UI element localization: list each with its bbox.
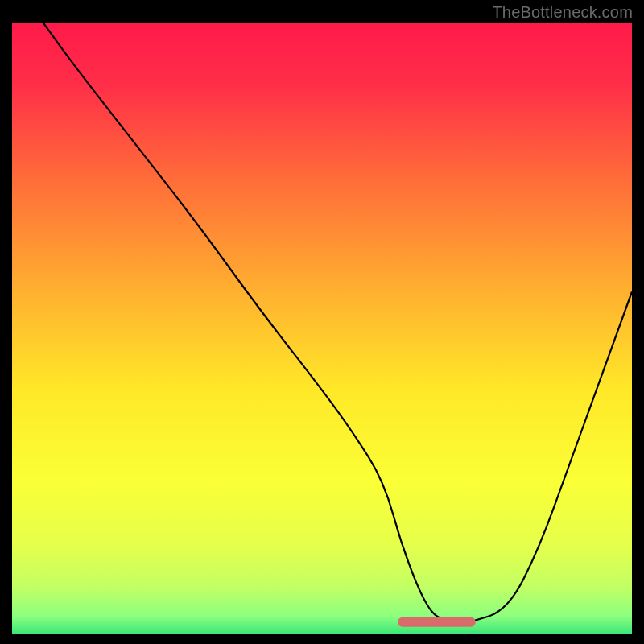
bottleneck-chart	[12, 23, 632, 634]
watermark-text: TheBottleneck.com	[492, 3, 633, 22]
chart-frame	[12, 23, 632, 634]
gradient-background	[12, 23, 632, 634]
